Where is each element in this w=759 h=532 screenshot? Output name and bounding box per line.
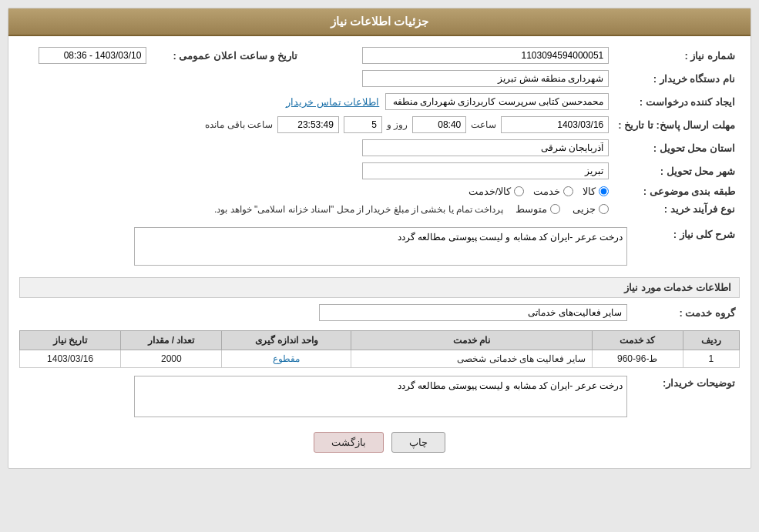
col-code: کد خدمت [592,331,683,350]
requester-contact-link[interactable]: اطلاعات تماس خریدار [286,96,379,108]
remaining-time-input [277,116,339,133]
category-label: طبقه بندی موضوعی : [613,182,740,200]
buyer-notes-label: توضیحات خریدار: [632,373,740,423]
category-kala-khedmat-option[interactable]: کالا/خدمت [468,186,525,197]
announce-date-input[interactable] [39,47,146,64]
remaining-label: ساعت باقی مانده [205,119,273,130]
cell-code: ط-96-960 [592,350,683,368]
province-input[interactable] [362,139,609,156]
page-title: جزئیات اطلاعات نیاز [8,8,751,36]
cell-date: 1403/03/16 [20,350,121,368]
announce-date-label: تاریخ و ساعت اعلان عمومی : [151,44,302,67]
col-date: تاریخ نیاز [20,331,121,350]
info-table: شماره نیاز : تاریخ و ساعت اعلان عمومی : … [19,44,740,218]
need-number-input[interactable] [362,47,609,64]
cell-name: سایر فعالیت های خدماتی شخصی [351,350,592,368]
cell-row: 1 [683,350,739,368]
print-button[interactable]: چاپ [391,432,445,453]
process-motavas-option[interactable]: متوسط [516,203,560,215]
response-day-label: روز و [387,119,408,130]
city-input[interactable] [362,162,609,179]
table-row: 1 ط-96-960 سایر فعالیت های خدماتی شخصی م… [20,350,740,368]
buyer-notes-table: توضیحات خریدار: درخت عرعر -ایران کد مشاب… [19,373,740,423]
requester-input [385,93,609,110]
need-desc-table: شرح کلی نیاز : درخت عرعر -ایران کد مشابه… [19,224,740,271]
need-number-label: شماره نیاز : [613,44,740,67]
service-group-label: گروه خدمت : [632,301,740,324]
services-section-header: اطلاعات خدمات مورد نیاز [19,277,740,298]
col-qty: تعداد / مقدار [121,331,222,350]
province-label: استان محل تحویل : [613,136,740,159]
process-type-label: نوع فرآیند خرید : [613,200,740,218]
response-time-label: ساعت [471,119,496,130]
response-time-input[interactable] [412,116,466,133]
buyer-org-label: نام دستگاه خریدار : [613,67,740,90]
col-row: ردیف [683,331,739,350]
process-note: پرداخت تمام یا بخشی از مبلغ خریدار از مح… [214,204,503,215]
need-desc-label: شرح کلی نیاز : [632,224,740,271]
response-date-input[interactable] [501,116,609,133]
service-group-input[interactable] [319,304,627,321]
need-desc-textarea[interactable]: درخت عرعر -ایران کد مشابه و لیست پیوستی … [134,227,627,266]
action-buttons: چاپ بازگشت [19,432,740,460]
response-days-input[interactable] [344,116,382,133]
cell-qty: 2000 [121,350,222,368]
requester-label: ایجاد کننده درخواست : [613,90,740,113]
category-kala-option[interactable]: کالا [583,186,609,197]
services-table: ردیف کد خدمت نام خدمت واحد اندازه گیری ت… [19,330,740,368]
category-khedmat-option[interactable]: خدمت [533,186,573,197]
buyer-notes-textarea[interactable]: درخت عرعر -ایران کد مشابه و لیست پیوستی … [134,376,627,417]
back-button[interactable]: بازگشت [314,432,384,453]
process-jozi-option[interactable]: جزیی [573,203,609,215]
city-label: شهر محل تحویل : [613,159,740,182]
col-name: نام خدمت [351,331,592,350]
service-group-table: گروه خدمت : [19,301,740,324]
buyer-org-input[interactable] [362,70,609,87]
cell-unit: مقطوع [222,350,351,368]
col-unit: واحد اندازه گیری [222,331,351,350]
response-deadline-label: مهلت ارسال پاسخ: تا تاریخ : [613,113,740,136]
